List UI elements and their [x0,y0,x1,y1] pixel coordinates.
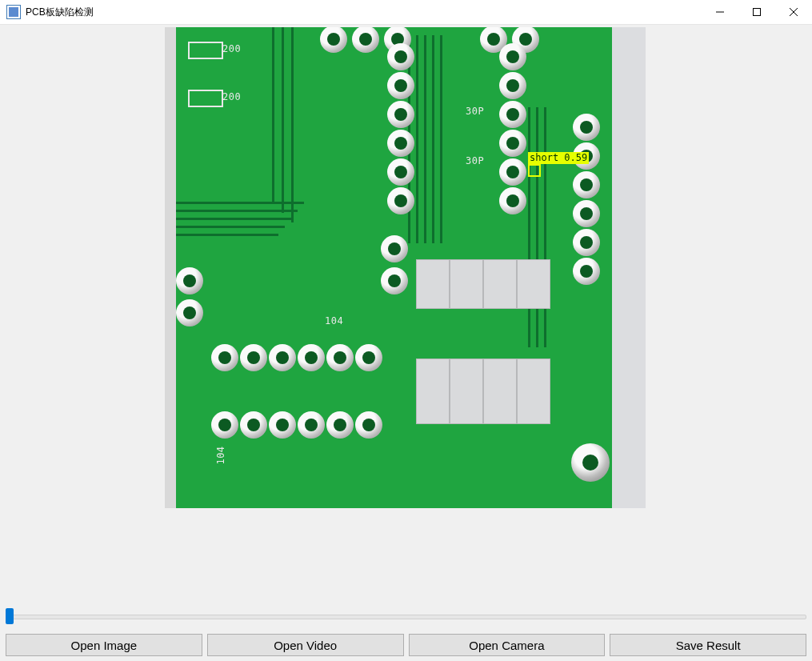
silk-c4: 104 [215,446,226,464]
pcb-image: 200 200 30P 30P 104 104 [176,27,646,508]
silk-c2: 30P [466,155,484,166]
titlebar: PCB板缺陷检测 [0,0,812,25]
minimize-button[interactable] [702,0,738,24]
svg-rect-1 [754,9,761,16]
silk-c3: 104 [325,315,343,326]
app-window: PCB板缺陷检测 [0,0,812,661]
open-camera-button[interactable]: Open Camera [409,634,606,656]
silk-r1: 200 [222,43,241,54]
app-icon [6,5,21,19]
slider-track [6,615,806,619]
detection-bbox [528,164,541,177]
frame-slider[interactable] [6,607,806,626]
maximize-button[interactable] [738,0,775,24]
open-image-button[interactable]: Open Image [6,634,202,656]
client-area: 200 200 30P 30P 104 104 [0,25,812,661]
open-video-button[interactable]: Open Video [207,634,404,656]
window-title: PCB板缺陷检测 [26,6,94,19]
button-row: Open Image Open Video Open Camera Save R… [6,634,806,656]
slider-thumb[interactable] [6,608,14,624]
save-result-button[interactable]: Save Result [610,634,806,656]
silk-r2: 200 [222,91,241,102]
detection-label: short 0.59 [528,152,589,164]
close-button[interactable] [775,0,812,24]
minimize-icon [716,8,724,16]
silk-c1: 30P [466,106,484,117]
image-view: 200 200 30P 30P 104 104 [165,27,646,508]
close-icon [790,8,798,16]
maximize-icon [753,8,761,16]
